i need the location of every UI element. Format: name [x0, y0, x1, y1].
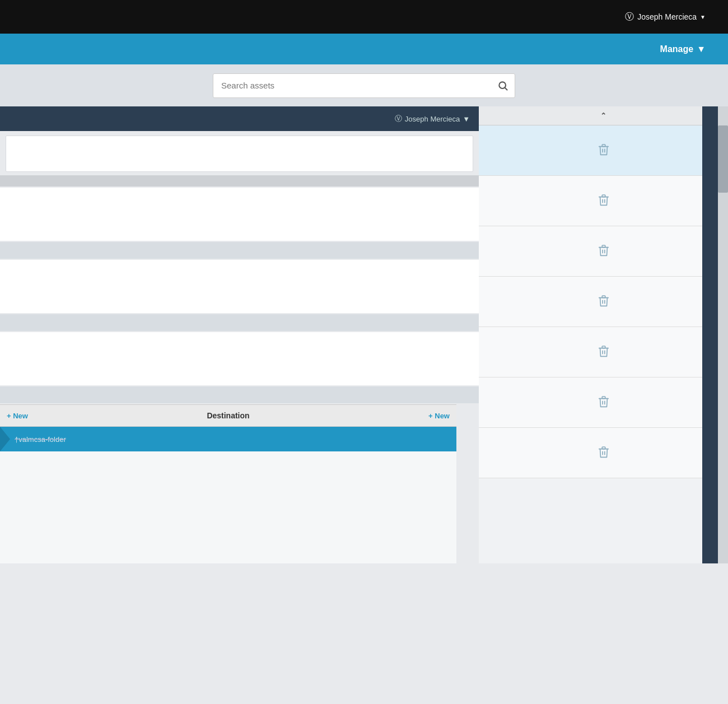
- content-row-1: [0, 188, 479, 241]
- destination-selected-row[interactable]: †valmcsa-folder: [0, 427, 456, 451]
- manage-label: Manage: [660, 44, 694, 54]
- destination-label: Destination: [207, 411, 249, 420]
- svg-rect-7: [602, 397, 605, 399]
- search-button[interactable]: [491, 73, 515, 98]
- trash-icon-4: [598, 295, 610, 309]
- delete-row-6[interactable]: [479, 377, 728, 428]
- destination-empty-area: [0, 451, 456, 563]
- trash-icon-6: [598, 395, 610, 410]
- content-row-3-alt: [0, 386, 479, 403]
- svg-rect-8: [602, 447, 605, 449]
- search-container: [213, 73, 515, 98]
- scroll-up-button[interactable]: ⌃: [479, 106, 728, 125]
- new-left-button[interactable]: + New: [7, 412, 28, 420]
- right-panel: ⌃: [479, 106, 728, 563]
- delete-row-2[interactable]: [479, 176, 728, 226]
- content-row-1-alt: [0, 242, 479, 259]
- trash-icon-7: [598, 446, 610, 460]
- search-icon: [497, 80, 508, 91]
- search-input[interactable]: [213, 73, 515, 98]
- manage-caret-icon: ▼: [697, 44, 706, 54]
- top-bar-user-menu[interactable]: Ⓥ Joseph Mercieca ▼: [625, 11, 706, 23]
- trash-icon-2: [598, 194, 610, 208]
- delete-row-4[interactable]: [479, 277, 728, 327]
- nav-bar: Manage ▼: [0, 34, 728, 64]
- svg-rect-3: [602, 195, 605, 197]
- delete-row-1[interactable]: [479, 125, 728, 176]
- person-icon: Ⓥ: [625, 11, 634, 23]
- svg-rect-2: [602, 144, 605, 147]
- chevron-up-icon: ⌃: [600, 111, 606, 120]
- left-panel: Ⓥ Joseph Mercieca ▼ + New Destination: [0, 106, 479, 563]
- inner-caret-icon: ▼: [463, 115, 470, 123]
- inner-nav-bar: Ⓥ Joseph Mercieca ▼: [0, 106, 479, 131]
- gray-separator-1: [0, 175, 479, 187]
- search-bar-area: [0, 64, 728, 106]
- svg-rect-5: [602, 296, 605, 298]
- delete-row-5[interactable]: [479, 327, 728, 377]
- content-row-3: [0, 332, 479, 385]
- new-right-button[interactable]: + New: [428, 412, 450, 420]
- content-row-2: [0, 260, 479, 313]
- top-bar-caret-icon: ▼: [700, 14, 706, 20]
- inner-nav-user-menu[interactable]: Ⓥ Joseph Mercieca ▼: [395, 114, 470, 124]
- top-bar-username: Joseph Mercieca: [637, 12, 697, 21]
- delete-row-7[interactable]: [479, 428, 728, 478]
- bottom-left-section: + New Destination + New †valmcsa-folder: [0, 404, 456, 563]
- bottom-header: + New Destination + New: [0, 404, 456, 427]
- trash-icon-5: [598, 345, 610, 360]
- delete-row-3[interactable]: [479, 226, 728, 277]
- scrollbar-track[interactable]: [718, 106, 728, 563]
- top-bar: Ⓥ Joseph Mercieca ▼: [0, 0, 728, 34]
- manage-button[interactable]: Manage ▼: [660, 44, 706, 54]
- divider-bar: [702, 106, 718, 563]
- upper-white-box: [6, 136, 473, 172]
- svg-line-1: [505, 87, 507, 90]
- content-row-2-alt: [0, 314, 479, 331]
- trash-icon-3: [598, 244, 610, 259]
- scrollbar-thumb[interactable]: [718, 125, 728, 193]
- svg-rect-4: [602, 245, 605, 248]
- main-content: Ⓥ Joseph Mercieca ▼ + New Destination: [0, 106, 728, 563]
- inner-username: Joseph Mercieca: [405, 115, 460, 123]
- dest-row-arrow-icon: [0, 427, 10, 451]
- dest-folder-name: †valmcsa-folder: [15, 435, 66, 444]
- trash-icon-1: [598, 143, 610, 158]
- svg-rect-6: [602, 346, 605, 348]
- inner-person-icon: Ⓥ: [395, 114, 402, 124]
